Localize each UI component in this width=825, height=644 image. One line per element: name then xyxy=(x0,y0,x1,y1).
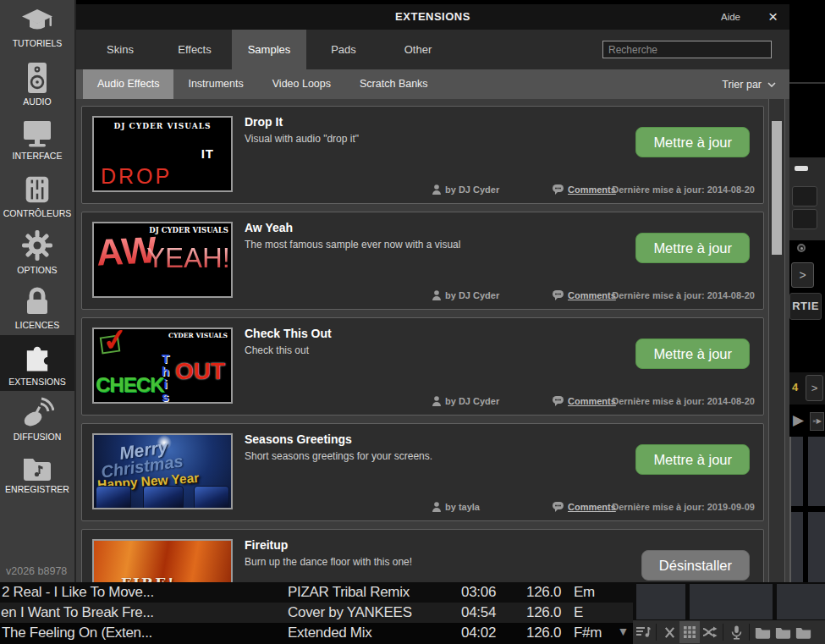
sort-by-dropdown[interactable]: Trier par xyxy=(722,69,789,99)
sidelist-icon[interactable] xyxy=(659,621,679,643)
thumb-text: YEAH! xyxy=(146,242,230,274)
track-title: 2 Real - I Like To Move... xyxy=(2,582,154,603)
track-title: I Want To Break Fre... xyxy=(20,603,154,623)
thumb-text: CHECK xyxy=(96,373,163,397)
sort-by-label: Trier par xyxy=(722,79,762,91)
update-button[interactable]: Mettre à jour xyxy=(635,127,750,157)
extension-card-aw-yeah: DJ CYDER VISUALS AW YEAH! Aw Yeah The mo… xyxy=(81,212,764,310)
deck-button[interactable] xyxy=(792,186,817,206)
tab-other[interactable]: Other xyxy=(381,30,455,69)
sidebar-item-label: LICENCES xyxy=(15,320,60,330)
check-icon: ✓ xyxy=(101,328,129,359)
close-icon[interactable]: × xyxy=(768,6,778,28)
next-page-button[interactable]: > xyxy=(806,375,823,401)
toolbar-separator xyxy=(749,624,750,641)
uninstall-button[interactable]: Désinstaller xyxy=(641,550,750,581)
sidebar-item-label: INTERFACE xyxy=(13,151,63,161)
track-key: F#m xyxy=(574,623,602,643)
thumb-text: CYDER VISUALS xyxy=(168,332,228,339)
update-button[interactable]: Mettre à jour xyxy=(635,233,750,263)
person-icon xyxy=(432,396,441,406)
tab-samples[interactable]: Samples xyxy=(232,30,306,69)
main-tabs: Skins Effects Samples Pads Other xyxy=(76,30,789,69)
help-link[interactable]: Aide xyxy=(721,12,740,22)
sidebar-item-interface[interactable]: INTERFACE xyxy=(0,112,74,168)
track-remix: Cover by YANKEES xyxy=(288,603,412,623)
sidebar-item-diffusion[interactable]: DIFFUSION xyxy=(0,391,74,447)
subtab-audio-effects[interactable]: Audio Effects xyxy=(83,69,173,99)
pad-page-row: 4 > xyxy=(789,372,825,405)
deck-button[interactable] xyxy=(792,209,817,229)
list-scrollbar-thumb[interactable] xyxy=(772,121,782,255)
broadcast-icon xyxy=(20,397,54,429)
automix-icon[interactable] xyxy=(633,621,653,643)
extension-card-fireitup: FIRE! Fireitup Burn up the dance floor w… xyxy=(81,529,764,584)
status-led xyxy=(797,244,806,252)
folder-icon[interactable] xyxy=(773,621,793,643)
thumb-text: OUT xyxy=(175,358,225,385)
list-scrollbar-track[interactable] xyxy=(768,99,785,584)
comment-bubble-icon xyxy=(553,396,564,406)
shuffle-icon[interactable] xyxy=(700,621,720,643)
settings-sidebar: TUTORIELS AUDIO INTERFACE CONTRÔLEURS OP… xyxy=(0,0,76,582)
comments-link[interactable]: Comments xyxy=(553,396,616,406)
track-time: 04:54 xyxy=(461,603,496,623)
dialog-titlebar: EXTENSIONS Aide × xyxy=(76,4,789,30)
pad-cell[interactable] xyxy=(690,584,773,619)
microphone-icon[interactable] xyxy=(726,621,746,643)
track-remix: Extended Mix xyxy=(288,623,371,643)
sidebar-item-options[interactable]: OPTIONS xyxy=(0,223,74,279)
extension-description: Burn up the dance floor with this one! xyxy=(245,556,412,568)
last-updated: Dernière mise à jour: 2014-08-20 xyxy=(612,290,755,300)
thumb-text: DROP xyxy=(101,164,172,189)
comments-link[interactable]: Comments xyxy=(553,290,616,300)
extensions-dialog: EXTENSIONS Aide × Skins Effects Samples … xyxy=(76,4,789,584)
tab-effects[interactable]: Effects xyxy=(157,30,232,69)
skip-icon[interactable]: ×▶ xyxy=(810,412,824,431)
playlist-row[interactable]: 2 Real - I Like To Move... PIZAR Tribal … xyxy=(0,582,633,603)
sub-tabs: Audio Effects Instruments Video Loops Sc… xyxy=(76,69,789,99)
subtab-instruments[interactable]: Instruments xyxy=(173,69,257,99)
folder-icon[interactable] xyxy=(793,621,813,643)
comment-bubble-icon xyxy=(553,502,564,512)
pad-page-badge: 4 xyxy=(792,381,798,394)
subtab-video-loops[interactable]: Video Loops xyxy=(258,69,345,99)
playlist-row[interactable]: en I Want To Break Fre... Cover by YANKE… xyxy=(0,603,633,623)
extension-card-drop-it: DJ CYDER VISUALS IT DROP Drop It Visual … xyxy=(81,106,764,204)
sidebar-item-label: DIFFUSION xyxy=(14,432,62,442)
playlist-scroll-down-icon[interactable]: ▼ xyxy=(617,623,629,641)
sidebar-item-extensions[interactable]: EXTENSIONS xyxy=(0,335,74,391)
search-input[interactable] xyxy=(602,41,772,58)
expand-button[interactable]: > xyxy=(791,262,814,288)
update-button[interactable]: Mettre à jour xyxy=(635,444,750,475)
tab-pads[interactable]: Pads xyxy=(306,30,381,69)
subtab-scratch-banks[interactable]: Scratch Banks xyxy=(345,69,443,99)
tab-skins[interactable]: Skins xyxy=(83,30,157,69)
extension-description: The most famous sample ever now with a v… xyxy=(245,239,460,250)
comment-bubble-icon xyxy=(553,184,564,195)
update-button[interactable]: Mettre à jour xyxy=(635,339,750,369)
sidebar-item-tutoriels[interactable]: TUTORIELS xyxy=(0,0,74,56)
sidebar-item-enregistrer[interactable]: ENREGISTRER xyxy=(0,447,74,503)
lock-icon xyxy=(20,285,54,317)
extension-thumbnail: FIRE! xyxy=(92,539,233,584)
mixer-sliders-icon xyxy=(20,173,54,206)
folder-music-icon xyxy=(20,456,54,482)
folder-icon[interactable] xyxy=(752,621,773,643)
thumb-text: DJ CYDER VISUALS xyxy=(94,122,231,130)
play-icon[interactable]: ▶ xyxy=(793,411,804,429)
sampler-grid-icon[interactable] xyxy=(679,621,700,643)
comments-link[interactable]: Comments xyxy=(553,184,616,195)
pad-cell[interactable] xyxy=(777,584,825,619)
playlist-row[interactable]: The Feeling On (Exten... Extended Mix 04… xyxy=(0,623,633,644)
last-updated: Dernière mise à jour: 2014-08-20 xyxy=(612,396,755,406)
gear-icon xyxy=(20,228,54,262)
sidebar-item-audio[interactable]: AUDIO xyxy=(0,56,74,112)
sidebar-item-controleurs[interactable]: CONTRÔLEURS xyxy=(0,168,74,223)
comments-link[interactable]: Comments xyxy=(553,502,616,512)
output-button[interactable]: RTIE xyxy=(789,293,822,320)
sidebar-item-licences[interactable]: LICENCES xyxy=(0,279,74,335)
sidebar-item-label: EXTENSIONS xyxy=(8,377,66,387)
person-icon xyxy=(432,184,441,195)
pad-cell[interactable] xyxy=(636,584,685,619)
